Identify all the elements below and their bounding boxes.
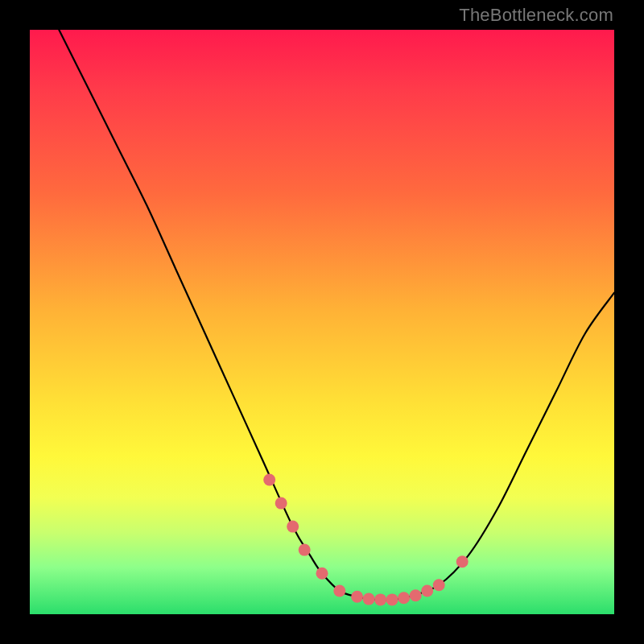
marker-point <box>410 589 422 601</box>
chart-svg <box>0 0 644 644</box>
marker-point <box>316 568 328 580</box>
marker-point <box>398 592 410 604</box>
highlight-markers <box>263 474 469 606</box>
marker-point <box>275 497 287 510</box>
marker-point <box>263 474 275 486</box>
marker-point <box>351 591 363 603</box>
marker-point <box>456 555 469 568</box>
marker-point <box>287 521 299 533</box>
marker-point <box>363 593 375 605</box>
marker-point <box>299 544 311 556</box>
bottleneck-curve <box>59 30 614 600</box>
chart-frame: TheBottleneck.com <box>0 0 644 644</box>
marker-point <box>421 585 433 597</box>
marker-point <box>433 579 445 591</box>
marker-point <box>374 593 386 605</box>
marker-point <box>386 593 398 605</box>
marker-point <box>333 585 345 597</box>
